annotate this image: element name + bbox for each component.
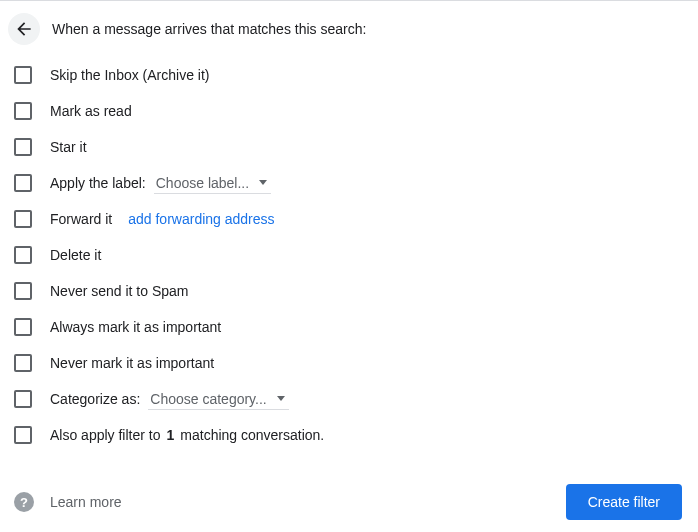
forward-it-text: Forward it [50, 211, 112, 227]
label-mark-read: Mark as read [50, 103, 132, 119]
label-skip-inbox: Skip the Inbox (Archive it) [50, 67, 210, 83]
add-forwarding-address-link[interactable]: add forwarding address [128, 211, 274, 227]
option-mark-read: Mark as read [14, 93, 698, 129]
label-categorize: Categorize as: Choose category... [50, 389, 289, 410]
label-also-apply: Also apply filter to 1 matching conversa… [50, 427, 324, 443]
option-never-spam: Never send it to Spam [14, 273, 698, 309]
label-always-important: Always mark it as important [50, 319, 221, 335]
checkbox-never-important[interactable] [14, 354, 32, 372]
checkbox-forward-it[interactable] [14, 210, 32, 228]
checkbox-always-important[interactable] [14, 318, 32, 336]
arrow-left-icon [14, 19, 34, 39]
apply-label-dropdown[interactable]: Choose label... [154, 173, 271, 194]
back-button[interactable] [8, 13, 40, 45]
checkbox-categorize[interactable] [14, 390, 32, 408]
learn-more-link[interactable]: Learn more [50, 494, 122, 510]
checkbox-never-spam[interactable] [14, 282, 32, 300]
option-delete-it: Delete it [14, 237, 698, 273]
checkbox-also-apply[interactable] [14, 426, 32, 444]
apply-label-dropdown-text: Choose label... [156, 175, 249, 191]
option-categorize: Categorize as: Choose category... [14, 381, 698, 417]
filter-header: When a message arrives that matches this… [0, 1, 698, 53]
option-forward-it: Forward it add forwarding address [14, 201, 698, 237]
label-forward-it: Forward it add forwarding address [50, 211, 275, 227]
checkbox-mark-read[interactable] [14, 102, 32, 120]
create-filter-button[interactable]: Create filter [566, 484, 682, 520]
option-never-important: Never mark it as important [14, 345, 698, 381]
chevron-down-icon [277, 396, 285, 401]
label-delete-it: Delete it [50, 247, 101, 263]
label-never-important: Never mark it as important [50, 355, 214, 371]
option-skip-inbox: Skip the Inbox (Archive it) [14, 57, 698, 93]
checkbox-apply-label[interactable] [14, 174, 32, 192]
filter-footer: ? Learn more Create filter [0, 484, 698, 520]
apply-label-prefix: Apply the label: [50, 175, 146, 191]
also-apply-count: 1 [167, 427, 175, 443]
also-apply-prefix: Also apply filter to [50, 427, 161, 443]
label-never-spam: Never send it to Spam [50, 283, 189, 299]
option-also-apply: Also apply filter to 1 matching conversa… [14, 417, 698, 453]
label-star-it: Star it [50, 139, 87, 155]
categorize-dropdown[interactable]: Choose category... [148, 389, 288, 410]
categorize-dropdown-text: Choose category... [150, 391, 266, 407]
also-apply-suffix: matching conversation. [180, 427, 324, 443]
footer-left: ? Learn more [14, 492, 122, 512]
checkbox-skip-inbox[interactable] [14, 66, 32, 84]
option-always-important: Always mark it as important [14, 309, 698, 345]
checkbox-delete-it[interactable] [14, 246, 32, 264]
filter-options-list: Skip the Inbox (Archive it) Mark as read… [0, 53, 698, 453]
help-icon[interactable]: ? [14, 492, 34, 512]
label-apply-label: Apply the label: Choose label... [50, 173, 271, 194]
option-star-it: Star it [14, 129, 698, 165]
checkbox-star-it[interactable] [14, 138, 32, 156]
option-apply-label: Apply the label: Choose label... [14, 165, 698, 201]
chevron-down-icon [259, 180, 267, 185]
categorize-prefix: Categorize as: [50, 391, 140, 407]
header-title: When a message arrives that matches this… [52, 21, 366, 37]
